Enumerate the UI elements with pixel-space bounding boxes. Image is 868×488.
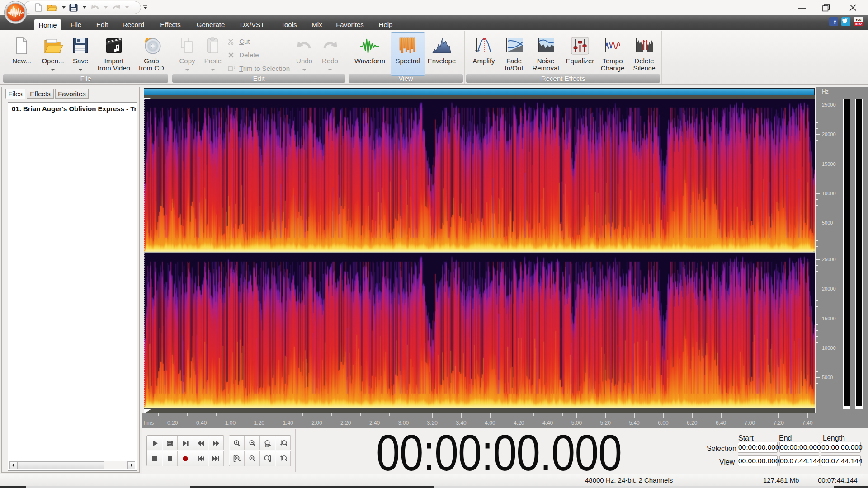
svg-text:You: You <box>855 18 862 22</box>
svg-text:100: 100 <box>265 444 269 447</box>
svg-text:Tube: Tube <box>854 22 862 26</box>
